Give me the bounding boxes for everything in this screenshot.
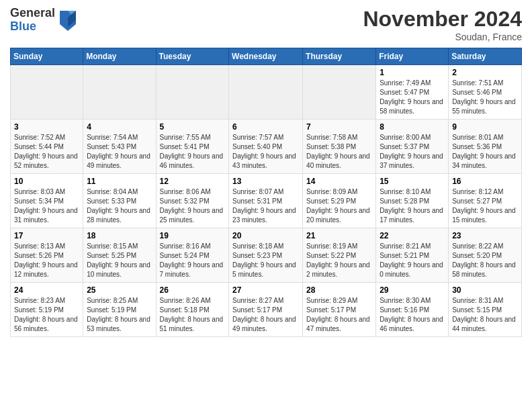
calendar-body: 1Sunrise: 7:49 AM Sunset: 5:47 PM Daylig… [11, 65, 522, 337]
day-number: 1 [380, 68, 445, 77]
calendar-cell: 3Sunrise: 7:52 AM Sunset: 5:44 PM Daylig… [11, 120, 83, 174]
calendar-cell: 27Sunrise: 8:27 AM Sunset: 5:17 PM Dayli… [229, 283, 303, 337]
day-info: Sunrise: 8:15 AM Sunset: 5:25 PM Dayligh… [87, 242, 152, 279]
calendar-week-5: 24Sunrise: 8:23 AM Sunset: 5:19 PM Dayli… [11, 283, 522, 337]
day-info: Sunrise: 8:19 AM Sunset: 5:22 PM Dayligh… [306, 242, 372, 279]
day-number: 3 [14, 122, 79, 132]
calendar-cell: 30Sunrise: 8:31 AM Sunset: 5:15 PM Dayli… [449, 283, 522, 337]
calendar-cell: 23Sunrise: 8:22 AM Sunset: 5:20 PM Dayli… [449, 228, 522, 283]
calendar-cell: 10Sunrise: 8:03 AM Sunset: 5:34 PM Dayli… [11, 174, 83, 228]
calendar-cell [11, 65, 83, 120]
calendar-cell: 7Sunrise: 7:58 AM Sunset: 5:38 PM Daylig… [303, 120, 376, 174]
day-number: 30 [452, 285, 518, 295]
day-info: Sunrise: 7:52 AM Sunset: 5:44 PM Dayligh… [14, 133, 79, 171]
day-info: Sunrise: 8:06 AM Sunset: 5:32 PM Dayligh… [160, 187, 226, 225]
day-number: 22 [380, 231, 445, 240]
logo-icon [57, 8, 79, 32]
day-number: 13 [232, 177, 299, 186]
day-info: Sunrise: 8:29 AM Sunset: 5:17 PM Dayligh… [306, 296, 372, 334]
day-info: Sunrise: 8:27 AM Sunset: 5:17 PM Dayligh… [232, 296, 299, 334]
day-info: Sunrise: 8:00 AM Sunset: 5:37 PM Dayligh… [380, 133, 445, 171]
calendar-cell [229, 65, 303, 120]
calendar-cell: 14Sunrise: 8:09 AM Sunset: 5:29 PM Dayli… [303, 174, 376, 228]
day-info: Sunrise: 7:54 AM Sunset: 5:43 PM Dayligh… [87, 133, 152, 171]
calendar-cell: 28Sunrise: 8:29 AM Sunset: 5:17 PM Dayli… [303, 283, 376, 337]
calendar-cell: 15Sunrise: 8:10 AM Sunset: 5:28 PM Dayli… [376, 174, 449, 228]
day-info: Sunrise: 8:21 AM Sunset: 5:21 PM Dayligh… [380, 242, 445, 279]
calendar-week-3: 10Sunrise: 8:03 AM Sunset: 5:34 PM Dayli… [11, 174, 522, 228]
day-info: Sunrise: 8:13 AM Sunset: 5:26 PM Dayligh… [14, 242, 79, 279]
calendar-cell: 6Sunrise: 7:57 AM Sunset: 5:40 PM Daylig… [229, 120, 303, 174]
col-saturday: Saturday [449, 48, 522, 65]
col-thursday: Thursday [303, 48, 376, 65]
day-number: 19 [160, 231, 226, 240]
calendar-cell: 17Sunrise: 8:13 AM Sunset: 5:26 PM Dayli… [11, 228, 83, 283]
day-info: Sunrise: 8:09 AM Sunset: 5:29 PM Dayligh… [306, 187, 372, 225]
page-header: General Blue November 2024 Soudan, Franc… [10, 7, 522, 42]
calendar-cell: 1Sunrise: 7:49 AM Sunset: 5:47 PM Daylig… [376, 65, 449, 120]
calendar-week-2: 3Sunrise: 7:52 AM Sunset: 5:44 PM Daylig… [11, 120, 522, 174]
day-info: Sunrise: 8:04 AM Sunset: 5:33 PM Dayligh… [87, 187, 152, 225]
day-number: 29 [380, 285, 445, 295]
calendar-cell: 16Sunrise: 8:12 AM Sunset: 5:27 PM Dayli… [449, 174, 522, 228]
day-number: 14 [306, 177, 372, 186]
calendar-cell: 9Sunrise: 8:01 AM Sunset: 5:36 PM Daylig… [449, 120, 522, 174]
calendar-cell: 4Sunrise: 7:54 AM Sunset: 5:43 PM Daylig… [83, 120, 156, 174]
day-number: 17 [14, 231, 79, 240]
day-number: 2 [452, 68, 518, 77]
calendar-cell: 24Sunrise: 8:23 AM Sunset: 5:19 PM Dayli… [11, 283, 83, 337]
day-number: 15 [380, 177, 445, 186]
day-info: Sunrise: 8:26 AM Sunset: 5:18 PM Dayligh… [160, 296, 226, 334]
col-friday: Friday [376, 48, 449, 65]
day-number: 4 [87, 122, 152, 132]
calendar-cell [83, 65, 156, 120]
calendar-cell: 29Sunrise: 8:30 AM Sunset: 5:16 PM Dayli… [376, 283, 449, 337]
day-info: Sunrise: 7:58 AM Sunset: 5:38 PM Dayligh… [306, 133, 372, 171]
day-info: Sunrise: 7:51 AM Sunset: 5:46 PM Dayligh… [452, 79, 518, 116]
day-info: Sunrise: 8:23 AM Sunset: 5:19 PM Dayligh… [14, 296, 79, 334]
calendar-week-4: 17Sunrise: 8:13 AM Sunset: 5:26 PM Dayli… [11, 228, 522, 283]
day-number: 24 [14, 285, 79, 295]
calendar-cell: 20Sunrise: 8:18 AM Sunset: 5:23 PM Dayli… [229, 228, 303, 283]
calendar-cell: 12Sunrise: 8:06 AM Sunset: 5:32 PM Dayli… [156, 174, 229, 228]
logo-text: General Blue [10, 7, 55, 34]
calendar-cell: 26Sunrise: 8:26 AM Sunset: 5:18 PM Dayli… [156, 283, 229, 337]
day-number: 12 [160, 177, 226, 186]
day-info: Sunrise: 8:16 AM Sunset: 5:24 PM Dayligh… [160, 242, 226, 279]
day-info: Sunrise: 8:22 AM Sunset: 5:20 PM Dayligh… [452, 242, 518, 279]
calendar-cell: 19Sunrise: 8:16 AM Sunset: 5:24 PM Dayli… [156, 228, 229, 283]
page-container: General Blue November 2024 Soudan, Franc… [0, 0, 532, 344]
day-number: 5 [160, 122, 226, 132]
day-number: 27 [232, 285, 299, 295]
logo-blue: Blue [10, 20, 55, 34]
day-number: 9 [452, 122, 518, 132]
day-info: Sunrise: 7:55 AM Sunset: 5:41 PM Dayligh… [160, 133, 226, 171]
day-info: Sunrise: 8:18 AM Sunset: 5:23 PM Dayligh… [232, 242, 299, 279]
day-number: 7 [306, 122, 372, 132]
logo-general: General [10, 7, 55, 20]
calendar-cell: 5Sunrise: 7:55 AM Sunset: 5:41 PM Daylig… [156, 120, 229, 174]
col-tuesday: Tuesday [156, 48, 229, 65]
day-number: 11 [87, 177, 152, 186]
day-number: 25 [87, 285, 152, 295]
calendar-header-row: Sunday Monday Tuesday Wednesday Thursday… [11, 48, 522, 65]
day-info: Sunrise: 8:30 AM Sunset: 5:16 PM Dayligh… [380, 296, 445, 334]
calendar-cell: 18Sunrise: 8:15 AM Sunset: 5:25 PM Dayli… [83, 228, 156, 283]
day-info: Sunrise: 8:10 AM Sunset: 5:28 PM Dayligh… [380, 187, 445, 225]
day-number: 20 [232, 231, 299, 240]
day-number: 28 [306, 285, 372, 295]
day-number: 16 [452, 177, 518, 186]
calendar-cell: 8Sunrise: 8:00 AM Sunset: 5:37 PM Daylig… [376, 120, 449, 174]
day-info: Sunrise: 8:12 AM Sunset: 5:27 PM Dayligh… [452, 187, 518, 225]
calendar-cell: 11Sunrise: 8:04 AM Sunset: 5:33 PM Dayli… [83, 174, 156, 228]
title-block: November 2024 Soudan, France [363, 7, 522, 42]
day-number: 18 [87, 231, 152, 240]
calendar-cell: 21Sunrise: 8:19 AM Sunset: 5:22 PM Dayli… [303, 228, 376, 283]
calendar-week-1: 1Sunrise: 7:49 AM Sunset: 5:47 PM Daylig… [11, 65, 522, 120]
day-number: 21 [306, 231, 372, 240]
month-title: November 2024 [363, 7, 522, 32]
day-number: 8 [380, 122, 445, 132]
day-info: Sunrise: 8:03 AM Sunset: 5:34 PM Dayligh… [14, 187, 79, 225]
day-number: 23 [452, 231, 518, 240]
calendar-cell: 2Sunrise: 7:51 AM Sunset: 5:46 PM Daylig… [449, 65, 522, 120]
